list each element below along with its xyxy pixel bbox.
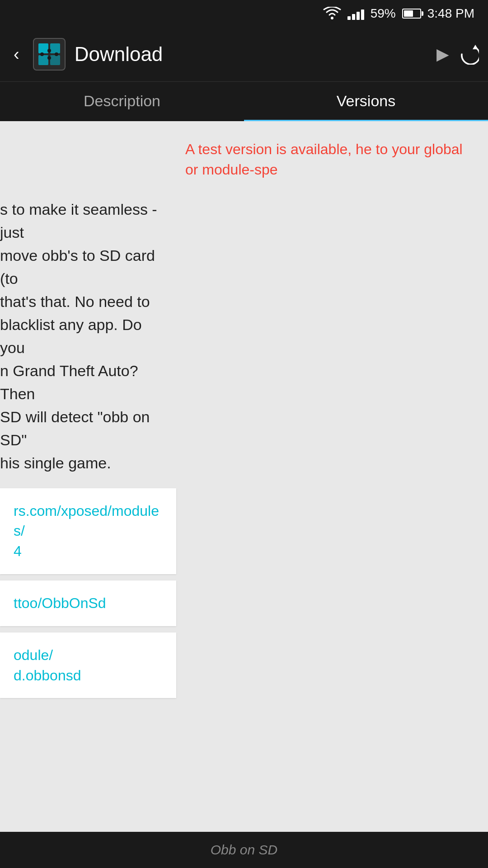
link-card-2[interactable]: ttoo/ObbOnSd bbox=[0, 580, 176, 626]
puzzle-icon bbox=[37, 42, 62, 67]
bottom-bar: Obb on SD bbox=[0, 832, 488, 868]
tab-versions[interactable]: Versions bbox=[244, 82, 488, 121]
link-card-1[interactable]: rs.com/xposed/modules/4 bbox=[0, 488, 176, 574]
signal-icon bbox=[347, 7, 364, 20]
content-area: A test version is available, he to your … bbox=[0, 121, 488, 713]
link-text-3: odule/d.obbonsd bbox=[14, 647, 81, 684]
app-title: Download bbox=[75, 43, 432, 66]
refresh-button[interactable] bbox=[458, 44, 479, 65]
app-icon bbox=[33, 38, 66, 71]
status-bar: 59% 3:48 PM bbox=[0, 0, 488, 27]
svg-rect-7 bbox=[40, 52, 44, 56]
svg-rect-2 bbox=[50, 43, 60, 53]
sort-triangle-icon: ▶ bbox=[436, 45, 449, 64]
svg-rect-1 bbox=[38, 43, 48, 53]
back-button[interactable]: ‹ bbox=[9, 40, 24, 69]
svg-rect-3 bbox=[38, 55, 48, 65]
wifi-icon bbox=[323, 7, 341, 20]
svg-marker-9 bbox=[473, 45, 478, 49]
status-icons: 59% 3:48 PM bbox=[323, 6, 474, 21]
svg-point-0 bbox=[331, 17, 333, 19]
link-text-2: ttoo/ObbOnSd bbox=[14, 595, 106, 611]
status-time: 3:48 PM bbox=[427, 6, 474, 21]
battery-fill bbox=[404, 10, 413, 17]
svg-rect-4 bbox=[50, 55, 60, 65]
tab-description[interactable]: Description bbox=[0, 82, 244, 121]
link-card-3[interactable]: odule/d.obbonsd bbox=[0, 632, 176, 698]
battery-icon bbox=[402, 9, 421, 19]
app-bottom-title: Obb on SD bbox=[211, 842, 277, 858]
svg-rect-5 bbox=[47, 49, 51, 52]
description-text: s to make it seamless - just move obb's … bbox=[0, 189, 181, 488]
app-bar: ‹ Download ▶ bbox=[0, 27, 488, 81]
link-text-1: rs.com/xposed/modules/4 bbox=[14, 503, 159, 560]
svg-rect-8 bbox=[55, 52, 58, 56]
svg-rect-6 bbox=[47, 56, 51, 60]
battery-percent: 59% bbox=[371, 6, 396, 21]
tab-bar: Description Versions bbox=[0, 81, 488, 121]
test-version-notice: A test version is available, he to your … bbox=[172, 130, 488, 189]
